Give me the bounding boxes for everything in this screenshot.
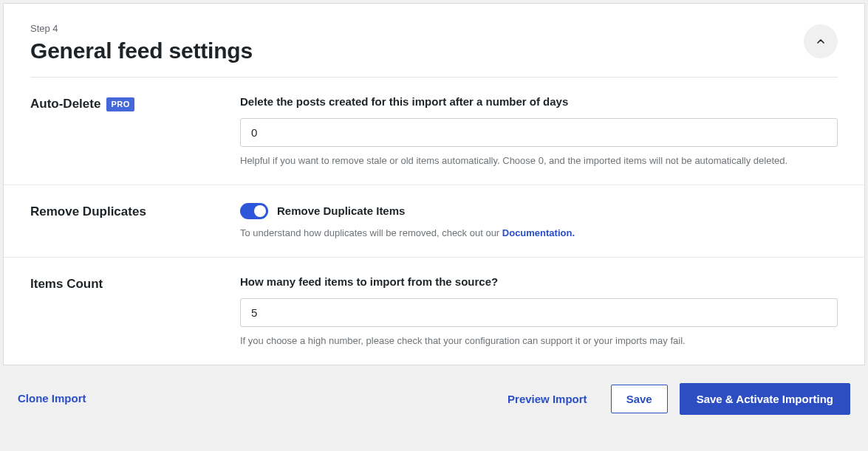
items-count-description: How many feed items to import from the s… [240,275,838,288]
chevron-up-icon [815,35,827,47]
footer-buttons: Save Save & Activate Importing [611,383,850,415]
page-title: General feed settings [30,38,253,63]
footer-right: Preview Import Save Save & Activate Impo… [508,383,850,415]
save-button[interactable]: Save [611,385,668,413]
auto-delete-label-col: Auto-Delete PRO [30,95,240,168]
auto-delete-help: Helpful if you want to remove stale or o… [240,154,838,168]
footer: Clone Import Preview Import Save Save & … [0,368,868,430]
remove-duplicates-toggle[interactable] [240,203,268,219]
save-activate-button[interactable]: Save & Activate Importing [680,383,850,415]
auto-delete-input[interactable] [240,118,838,147]
preview-import-link[interactable]: Preview Import [508,393,587,405]
items-count-row: Items Count How many feed items to impor… [4,258,864,365]
items-count-input[interactable] [240,298,838,327]
items-count-label-col: Items Count [30,275,240,348]
items-count-content: How many feed items to import from the s… [240,275,838,348]
footer-left: Clone Import [18,392,86,405]
remove-duplicates-help-prefix: To understand how duplicates will be rem… [240,227,502,238]
items-count-label: Items Count [30,277,103,292]
remove-duplicates-help: To understand how duplicates will be rem… [240,227,838,241]
remove-duplicates-toggle-row: Remove Duplicate Items [240,203,838,219]
panel-header: Step 4 General feed settings [4,4,864,77]
remove-duplicates-content: Remove Duplicate Items To understand how… [240,203,838,241]
collapse-button[interactable] [804,24,838,58]
remove-duplicates-toggle-label: Remove Duplicate Items [277,204,405,217]
step-label: Step 4 [30,23,253,34]
settings-panel: Step 4 General feed settings Auto-Delete… [3,3,865,365]
documentation-link[interactable]: Documentation. [502,227,575,238]
remove-duplicates-label-col: Remove Duplicates [30,203,240,241]
items-count-help: If you choose a high number, please chec… [240,334,838,348]
auto-delete-content: Delete the posts created for this import… [240,95,838,168]
remove-duplicates-row: Remove Duplicates Remove Duplicate Items… [4,185,864,258]
auto-delete-row: Auto-Delete PRO Delete the posts created… [4,78,864,185]
clone-import-link[interactable]: Clone Import [18,392,86,404]
toggle-knob [254,205,266,217]
auto-delete-description: Delete the posts created for this import… [240,95,838,108]
auto-delete-label: Auto-Delete [30,97,100,111]
pro-badge: PRO [106,97,134,111]
panel-header-text: Step 4 General feed settings [30,23,253,63]
remove-duplicates-label: Remove Duplicates [30,204,146,219]
